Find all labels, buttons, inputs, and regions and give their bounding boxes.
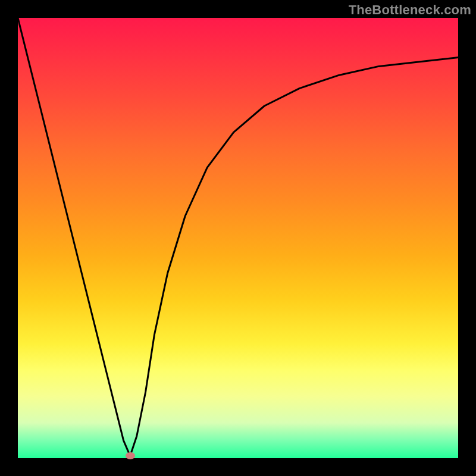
curve-path	[18, 18, 458, 456]
min-point-marker	[126, 452, 135, 459]
plot-area	[18, 18, 458, 458]
chart-frame: TheBottleneck.com	[0, 0, 476, 476]
curve-svg	[18, 18, 458, 458]
watermark-text: TheBottleneck.com	[349, 2, 471, 18]
